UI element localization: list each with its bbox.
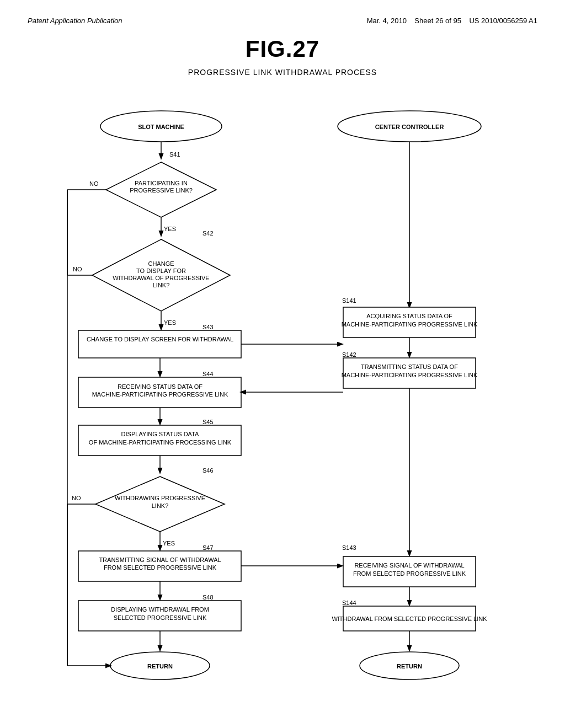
s41-label: S41 <box>169 151 180 158</box>
s43-line1: CHANGE TO DISPLAY SCREEN FOR WITHDRAWAL <box>87 336 233 342</box>
s44-line1: RECEIVING STATUS DATA OF <box>118 383 202 390</box>
s143-line2: FROM SELECTED PROGRESSIVE LINK <box>353 570 466 577</box>
s48-line1: DISPLAYING WITHDRAWAL FROM <box>111 606 209 613</box>
s142-line1: TRANSMITTING STATUS DATA OF <box>361 363 458 370</box>
s47-line1: TRANSMITTING SIGNAL OF WITHDRAWAL <box>99 556 221 563</box>
s142-line2: MACHINE-PARTICIPATING PROGRESSIVE LINK <box>342 372 478 378</box>
s45-label: S45 <box>202 419 214 425</box>
s46-label: S46 <box>202 467 214 474</box>
s143-line1: RECEIVING SIGNAL OF WITHDRAWAL <box>354 562 464 569</box>
diamond-s46-line1: WITHDRAWING PROGRESSIVE <box>115 495 205 501</box>
s45-line2: OF MACHINE-PARTICIPATING PROCESSING LINK <box>89 439 232 446</box>
s47-label: S47 <box>202 544 214 551</box>
diamond-s41-line2: PROGRESSIVE LINK? <box>130 187 193 194</box>
s42-label: S42 <box>202 230 214 237</box>
s144-text: WITHDRAWAL FROM SELECTED PROGRESSIVE LIN… <box>332 615 487 622</box>
s45-line1: DISPLAYING STATUS DATA <box>121 431 199 437</box>
s48-line2: SELECTED PROGRESSIVE LINK <box>114 614 207 621</box>
s48-label: S48 <box>202 594 214 601</box>
s44-line2: MACHINE-PARTICIPATING PROGRESSIVE LINK <box>92 391 228 398</box>
s44-label: S44 <box>202 371 214 377</box>
diagram-subtitle: PROGRESSIVE LINK WITHDRAWAL PROCESS <box>28 68 537 77</box>
header-publication: Patent Application Publication <box>28 17 122 25</box>
s43-label: S43 <box>202 324 214 330</box>
figure-title: FIG.27 <box>28 36 537 62</box>
page: Patent Application Publication Mar. 4, 2… <box>0 0 565 728</box>
s46-no-label: NO <box>72 495 81 501</box>
s42-yes-label: YES <box>164 319 176 326</box>
diamond-s42-line4: LINK? <box>153 282 170 288</box>
diamond-s42-line1: CHANGE <box>148 260 174 267</box>
s42-no-label: NO <box>73 266 82 272</box>
diamond-s42-line3: WITHDRAWAL OF PROGRESSIVE <box>113 275 209 281</box>
s141-label: S141 <box>342 297 356 304</box>
center-controller-label: CENTER CONTROLLER <box>375 124 444 130</box>
s144-label: S144 <box>342 599 356 606</box>
s142-label: S142 <box>342 351 356 358</box>
flowchart-diagram: SLOT MACHINE CENTER CONTROLLER S41 PARTI… <box>34 93 531 702</box>
s143-label: S143 <box>342 544 356 551</box>
s46-yes-label: YES <box>163 540 175 547</box>
header: Patent Application Publication Mar. 4, 2… <box>28 17 537 25</box>
slot-machine-label: SLOT MACHINE <box>138 124 184 130</box>
diamond-s46-line2: LINK? <box>152 502 169 509</box>
svg-rect-11 <box>78 330 241 358</box>
header-info: Mar. 4, 2010 Sheet 26 of 95 US 2010/0056… <box>367 17 537 25</box>
return-right-label: RETURN <box>397 663 422 670</box>
s141-line1: ACQUIRING STATUS DATA OF <box>366 313 452 319</box>
s47-line2: FROM SELECTED PROGRESSIVE LINK <box>104 564 217 571</box>
s41-yes-label: YES <box>164 226 176 232</box>
s41-no-label: NO <box>89 180 99 187</box>
diamond-s41-line1: PARTICIPATING IN <box>135 180 188 186</box>
return-left-label: RETURN <box>147 663 173 670</box>
s141-line2: MACHINE-PARTICIPATING PROGRESSIVE LINK <box>342 321 478 328</box>
diamond-s42-line2: TO DISPLAY FOR <box>136 267 186 274</box>
